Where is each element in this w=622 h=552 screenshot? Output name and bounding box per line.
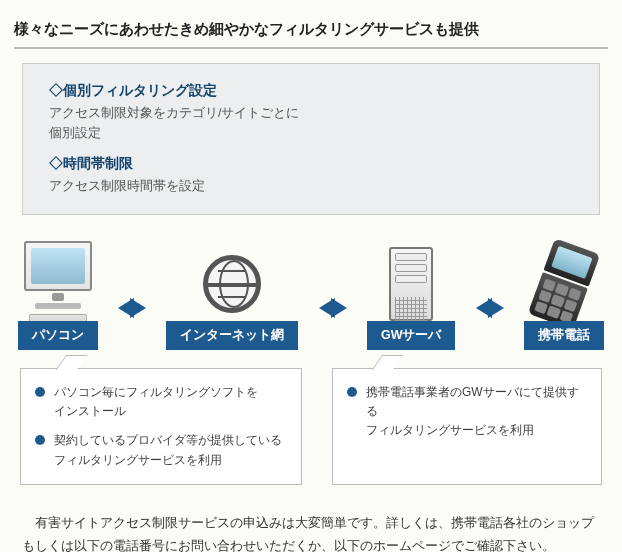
label-internet: インターネット網	[166, 321, 298, 350]
arrow-right-icon	[130, 298, 146, 318]
bullet-icon	[35, 435, 45, 445]
bullet-icon	[35, 387, 45, 397]
label-pc: パソコン	[18, 321, 98, 350]
info-heading-2: ◇時間帯制限	[49, 155, 573, 173]
bullet-text: 携帯電話事業者のGWサーバにて提供する フィルタリングサービスを利用	[366, 383, 587, 441]
bullet-icon	[347, 387, 357, 397]
bullet-item: 契約しているプロバイダ等が提供している フィルタリングサービスを利用	[35, 431, 287, 469]
bullet-item: パソコン毎にフィルタリングソフトを インストール	[35, 383, 287, 421]
bullet-text: パソコン毎にフィルタリングソフトを インストール	[54, 383, 258, 421]
globe-icon	[197, 249, 267, 319]
arrow-right-icon	[488, 298, 504, 318]
node-mobile: 携帯電話	[524, 245, 604, 350]
bullet-item: 携帯電話事業者のGWサーバにて提供する フィルタリングサービスを利用	[347, 383, 587, 441]
computer-icon	[24, 241, 92, 328]
network-diagram: パソコン インターネット網 GWサーバ	[14, 235, 608, 350]
arrow-right-icon	[331, 298, 347, 318]
node-gw: GWサーバ	[367, 245, 456, 350]
label-mobile: 携帯電話	[524, 321, 604, 350]
info-heading-1: ◇個別フィルタリング設定	[49, 82, 573, 100]
label-gw: GWサーバ	[367, 321, 456, 350]
bullet-text: 契約しているプロバイダ等が提供している フィルタリングサービスを利用	[54, 431, 282, 469]
arrow-net-gw	[321, 298, 345, 318]
info-text-1: アクセス制限対象をカテゴリ/サイトごとに 個別設定	[49, 103, 573, 143]
callout-mobile: 携帯電話事業者のGWサーバにて提供する フィルタリングサービスを利用	[332, 368, 602, 485]
node-pc: パソコン	[18, 245, 98, 350]
info-text-2: アクセス制限時間帯を設定	[49, 176, 573, 196]
callout-pc: パソコン毎にフィルタリングソフトを インストール 契約しているプロバイダ等が提供…	[20, 368, 302, 485]
info-panel: ◇個別フィルタリング設定 アクセス制限対象をカテゴリ/サイトごとに 個別設定 ◇…	[22, 63, 600, 215]
server-icon	[389, 247, 433, 321]
footer-note: 有害サイトアクセス制限サービスの申込みは大変簡単です。詳しくは、携帯電話各社のシ…	[14, 485, 608, 552]
mobile-phone-icon	[528, 238, 600, 330]
arrow-gw-mobile	[478, 298, 502, 318]
node-internet: インターネット網	[166, 245, 298, 350]
page-title: 様々なニーズにあわせたきめ細やかなフィルタリングサービスも提供	[14, 20, 608, 49]
arrow-pc-net	[120, 298, 144, 318]
